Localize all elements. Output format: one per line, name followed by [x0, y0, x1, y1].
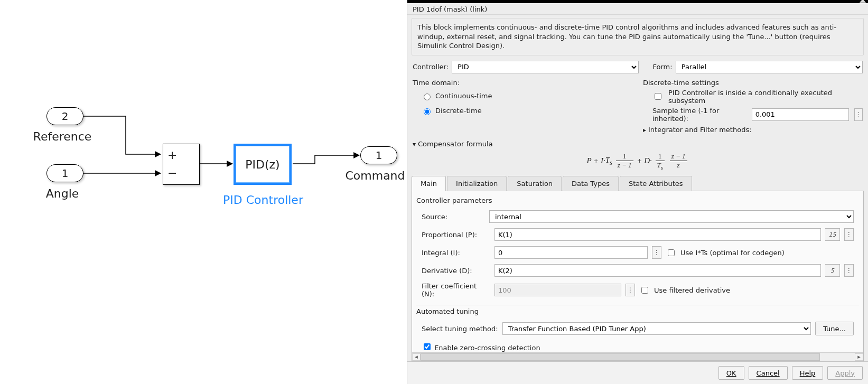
ok-button[interactable]: OK: [718, 366, 744, 380]
controller-label: Controller:: [413, 63, 449, 71]
compensator-expander[interactable]: Compensator formula: [413, 139, 863, 149]
sum-sign-minus: −: [167, 166, 177, 180]
discrete-settings-heading: Discrete-time settings: [643, 79, 863, 87]
integrator-filter-expander[interactable]: Integrator and Filter methods:: [643, 125, 863, 135]
dialog-titlebar[interactable]: [407, 0, 868, 3]
tab-main-body: Controller parameters Source: internal P…: [412, 191, 864, 361]
horizontal-scrollbar[interactable]: ◂ ▸: [412, 352, 863, 361]
sample-time-input[interactable]: [752, 108, 849, 121]
filter-coeff-label: Filter coefficient (N):: [422, 282, 490, 298]
sample-time-menu-icon[interactable]: ⋮: [854, 108, 863, 121]
integral-input[interactable]: [494, 246, 648, 259]
outport-command-label: Command: [338, 169, 412, 182]
mask-title: PID 1dof (mask) (link): [407, 3, 868, 15]
simulink-canvas[interactable]: 2 Reference 1 Angle + − PID(z) PID Contr…: [0, 0, 407, 384]
form-label: Form:: [652, 63, 672, 71]
source-select[interactable]: internal: [489, 210, 854, 223]
proportional-menu-icon[interactable]: ⋮: [844, 228, 854, 241]
time-domain-heading: Time domain:: [413, 79, 632, 87]
derivative-menu-icon[interactable]: ⋮: [844, 264, 854, 277]
continuous-time-radio[interactable]: [424, 93, 431, 100]
scroll-left-icon[interactable]: ◂: [412, 353, 421, 361]
outport-command[interactable]: 1: [360, 146, 397, 164]
tab-main[interactable]: Main: [412, 176, 446, 191]
pid-controller-block[interactable]: PID(z): [234, 144, 292, 185]
continuous-time-label: Continuous-time: [435, 92, 492, 100]
sum-sign-plus: +: [167, 148, 177, 162]
pid-controller-label: PID Controller: [210, 193, 316, 207]
discrete-time-label: Discrete-time: [435, 107, 482, 115]
discrete-settings-group: Discrete-time settings PID Controller is…: [643, 76, 863, 137]
proportional-hint: 15: [825, 228, 840, 241]
pid-block-text: PID(z): [245, 158, 279, 171]
tab-initialization[interactable]: Initialization: [447, 176, 507, 191]
chevron-right-icon: [643, 126, 646, 134]
scroll-right-icon[interactable]: ▸: [855, 353, 863, 361]
divider: [416, 305, 859, 305]
tab-state-attributes[interactable]: State Attributes: [620, 176, 692, 191]
sum-block[interactable]: + −: [163, 144, 200, 185]
filter-coeff-input: [494, 284, 621, 296]
port-number: 1: [376, 149, 382, 162]
integral-label: Integral (I):: [422, 249, 490, 257]
controller-select[interactable]: PID: [452, 61, 639, 73]
use-its-checkbox[interactable]: [668, 249, 675, 256]
zero-crossing-checkbox[interactable]: [424, 343, 431, 350]
source-label: Source:: [422, 213, 485, 221]
use-filtered-derivative-label: Use filtered derivative: [654, 286, 730, 294]
filter-coeff-menu-icon[interactable]: ⋮: [626, 284, 635, 296]
port-number: 2: [62, 110, 69, 123]
form-select[interactable]: Parallel: [676, 61, 863, 73]
chevron-down-icon: [413, 140, 416, 148]
use-filtered-derivative-checkbox[interactable]: [641, 287, 648, 294]
compensator-formula: P + I·Ts 1z − 1 + D· 1Ts z − 1z: [413, 149, 863, 176]
apply-button[interactable]: Apply: [827, 366, 863, 380]
proportional-label: Proportional (P):: [422, 231, 490, 239]
dialog-footer: OK Cancel Help Apply: [407, 361, 868, 384]
inport-reference-label: Reference: [25, 130, 99, 143]
inport-reference[interactable]: 2: [46, 107, 83, 125]
inport-angle[interactable]: 1: [46, 164, 83, 182]
cond-exec-checkbox[interactable]: [655, 93, 661, 100]
proportional-input[interactable]: [494, 228, 821, 241]
tuning-method-select[interactable]: Transfer Function Based (PID Tuner App): [502, 322, 811, 335]
tabs: Main Initialization Saturation Data Type…: [412, 175, 864, 191]
time-domain-group: Time domain: Continuous-time Discrete-ti…: [413, 76, 632, 137]
derivative-hint: 5: [825, 264, 840, 277]
derivative-label: Derivative (D):: [422, 267, 490, 275]
scrollbar-thumb[interactable]: [421, 353, 820, 361]
inport-angle-label: Angle: [25, 187, 99, 200]
cond-exec-label: PID Controller is inside a conditionally…: [668, 89, 863, 105]
sample-time-label: Sample time (-1 for inherited):: [652, 107, 746, 123]
zero-crossing-label: Enable zero-crossing detection: [434, 344, 540, 352]
port-number: 1: [62, 167, 69, 180]
integral-menu-icon[interactable]: ⋮: [652, 246, 661, 259]
tuning-method-label: Select tuning method:: [422, 325, 498, 333]
use-its-label: Use I*Ts (optimal for codegen): [680, 249, 785, 257]
derivative-input[interactable]: [494, 264, 821, 277]
cancel-button[interactable]: Cancel: [749, 366, 788, 380]
block-parameters-dialog: PID 1dof (mask) (link) This block implem…: [407, 0, 868, 384]
tab-data-types[interactable]: Data Types: [563, 176, 619, 191]
block-description: This block implements continuous- and di…: [412, 18, 864, 55]
controller-params-heading: Controller parameters: [416, 196, 859, 204]
help-button[interactable]: Help: [792, 366, 824, 380]
tab-saturation[interactable]: Saturation: [508, 176, 562, 191]
tune-button[interactable]: Tune...: [815, 322, 854, 335]
discrete-time-radio[interactable]: [424, 108, 431, 115]
automated-tuning-heading: Automated tuning: [416, 307, 859, 315]
